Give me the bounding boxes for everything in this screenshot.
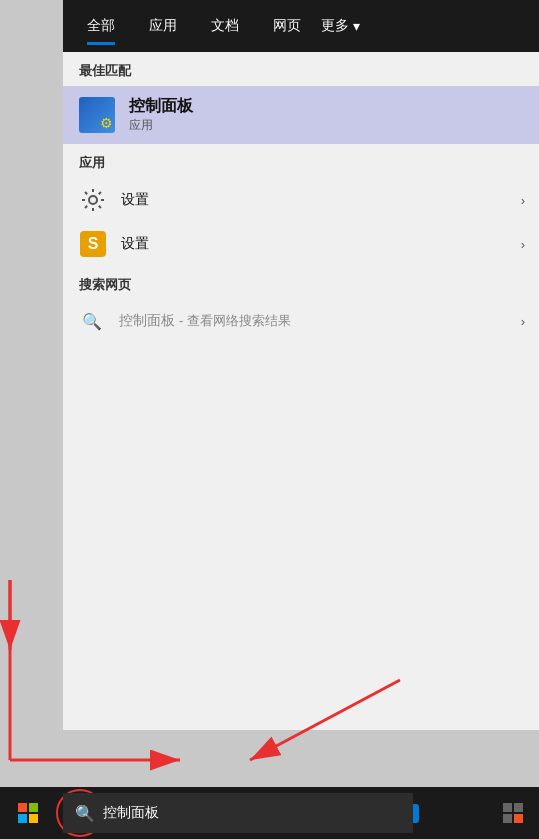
app-item-settings-2[interactable]: S 设置 › (63, 222, 539, 266)
best-match-subtitle: 应用 (129, 117, 193, 134)
tab-apps[interactable]: 应用 (135, 11, 191, 41)
search-bar-text: 控制面板 (103, 804, 159, 822)
search-panel: 全部 应用 文档 网页 更多 ▾ 最佳匹配 控制面板 应用 应用 设置 (63, 0, 539, 730)
chevron-right-icon-2: › (521, 237, 525, 252)
tab-more[interactable]: 更多 ▾ (321, 17, 360, 35)
start-button[interactable] (4, 789, 52, 837)
chevron-right-icon-1: › (521, 193, 525, 208)
chevron-right-icon-3: › (521, 314, 525, 329)
control-panel-icon (79, 97, 115, 133)
web-search-item[interactable]: 🔍 控制面板 - 查看网络搜索结果 › (63, 300, 539, 342)
svg-rect-4 (29, 814, 38, 823)
svg-rect-1 (18, 803, 27, 812)
best-match-item[interactable]: 控制面板 应用 (63, 86, 539, 144)
search-bar[interactable]: 🔍 控制面板 (63, 793, 413, 833)
tab-web[interactable]: 网页 (259, 11, 315, 41)
app-item-settings-1[interactable]: 设置 › (63, 178, 539, 222)
svg-rect-20 (503, 803, 512, 812)
apps-label: 应用 (63, 144, 539, 178)
svg-rect-23 (514, 814, 523, 823)
apps-section: 应用 设置 › S 设置 › (63, 144, 539, 266)
gear-icon-1 (79, 186, 107, 214)
best-match-label: 最佳匹配 (63, 52, 539, 86)
app-item-label-2: 设置 (121, 235, 507, 253)
web-item-text: 控制面板 - 查看网络搜索结果 (119, 312, 507, 330)
svg-rect-21 (514, 803, 523, 812)
svg-rect-3 (18, 814, 27, 823)
taskbar-right (491, 791, 535, 835)
best-match-text: 控制面板 应用 (129, 96, 193, 134)
svg-rect-22 (503, 814, 512, 823)
app-item-label-1: 设置 (121, 191, 507, 209)
svg-rect-2 (29, 803, 38, 812)
search-icon: 🔍 (79, 308, 105, 334)
tab-docs[interactable]: 文档 (197, 11, 253, 41)
tabs-row: 全部 应用 文档 网页 更多 ▾ (63, 0, 539, 52)
notification-button[interactable] (491, 791, 535, 835)
search-bar-icon: 🔍 (75, 804, 95, 823)
web-section: 搜索网页 🔍 控制面板 - 查看网络搜索结果 › (63, 266, 539, 342)
web-label: 搜索网页 (63, 266, 539, 300)
sougou-icon: S (79, 230, 107, 258)
best-match-title: 控制面板 (129, 96, 193, 117)
svg-point-0 (89, 196, 97, 204)
chevron-down-icon: ▾ (353, 18, 360, 34)
tab-all[interactable]: 全部 (73, 11, 129, 41)
